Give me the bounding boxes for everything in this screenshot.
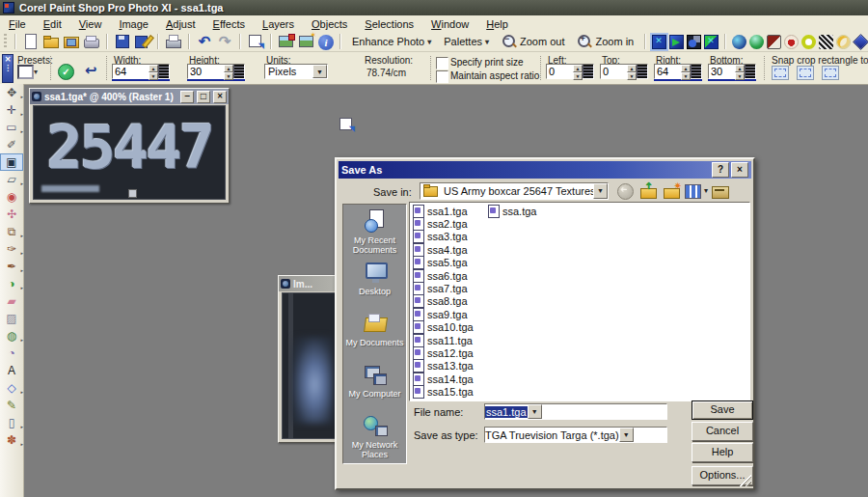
enhance-photo-button[interactable]: Enhance Photo▾ <box>347 35 436 48</box>
file-item[interactable]: ssa11.tga <box>413 334 488 346</box>
bottom-field[interactable]: ▲▼ <box>708 64 756 79</box>
snap-selection-icon[interactable] <box>822 66 839 80</box>
maintain-aspect-ratio-checkbox[interactable] <box>436 70 448 83</box>
browse-icon[interactable] <box>63 33 80 50</box>
presets-button[interactable]: ▾ <box>17 64 42 80</box>
snap-full-icon[interactable] <box>772 66 789 80</box>
file-item[interactable]: ssa.tga <box>488 205 563 217</box>
file-item[interactable]: ssa9.tga <box>413 308 488 320</box>
preview-triangle-icon[interactable] <box>669 35 684 49</box>
info-icon[interactable]: i <box>318 35 334 50</box>
minimize-icon[interactable]: − <box>180 91 194 103</box>
effect-ring-icon[interactable] <box>801 35 816 49</box>
save-in-select[interactable]: US Army boxcar 25647 Textures ▼ <box>420 182 609 200</box>
new-file-icon[interactable] <box>22 33 40 50</box>
red-eye-tool[interactable]: ◉ <box>0 188 23 206</box>
resize-icon[interactable] <box>247 33 264 50</box>
dialog-title-bar[interactable]: Save As ? × <box>339 161 751 179</box>
preview-split-icon[interactable] <box>704 35 719 49</box>
menu-file[interactable]: File <box>0 16 35 32</box>
menu-adjust[interactable]: Adjust <box>157 16 204 32</box>
file-item[interactable]: ssa1.tga <box>413 205 488 217</box>
help-button[interactable]: Help <box>692 443 753 462</box>
text-tool[interactable]: A <box>0 362 23 379</box>
crop-handle[interactable] <box>128 189 137 198</box>
redo-icon[interactable]: ↷ <box>216 33 233 50</box>
eraser-tool[interactable]: ▰ <box>0 292 23 310</box>
preview-selected-icon[interactable] <box>652 35 666 49</box>
effect-dots-icon[interactable] <box>836 35 851 49</box>
top-input[interactable] <box>601 65 627 78</box>
place-my-recent-documents[interactable]: My Recent Documents <box>343 205 406 256</box>
cancel-button[interactable]: Cancel <box>692 422 753 441</box>
effect-sphere-icon[interactable] <box>732 35 746 49</box>
preview-circle-icon[interactable] <box>687 35 701 49</box>
file-item[interactable]: ssa5.tga <box>413 257 488 269</box>
effect-photo-icon[interactable] <box>767 35 781 49</box>
palettes-button[interactable]: Palettes▾ <box>439 35 494 48</box>
pan-tool[interactable]: ✥▸ <box>0 84 23 101</box>
effect-swirl-icon[interactable] <box>784 35 799 49</box>
width-field[interactable]: ▲▼ <box>112 64 170 79</box>
spinner-buttons[interactable]: ▲▼ <box>224 65 233 78</box>
zoom-out-button[interactable]: −Zoom out <box>497 33 569 50</box>
left-input[interactable] <box>547 65 573 78</box>
file-name-input[interactable]: ssa1.tga ▼ <box>484 403 667 420</box>
save-icon[interactable] <box>114 33 131 50</box>
bottom-input[interactable] <box>709 65 735 78</box>
effect-globe-icon[interactable] <box>749 35 764 49</box>
height-field[interactable]: ▲▼ <box>187 64 245 79</box>
art-media-tool[interactable]: ✽▸ <box>0 431 23 449</box>
file-item[interactable]: ssa13.tga <box>413 360 488 373</box>
save-as-type-select[interactable]: TGA Truevision Targa (*.tga) ▼ <box>484 427 667 443</box>
airbrush-tool[interactable]: ✒▸ <box>0 258 23 275</box>
open-icon[interactable] <box>42 33 60 50</box>
file-item[interactable]: ssa6.tga <box>413 269 488 282</box>
place-my-computer[interactable]: My Computer <box>343 358 406 409</box>
menu-view[interactable]: View <box>70 16 111 32</box>
menu-edit[interactable]: Edit <box>35 16 70 32</box>
up-one-level-icon[interactable] <box>640 182 658 200</box>
right-input[interactable] <box>655 65 681 78</box>
dropper-tool[interactable]: ✐ <box>0 136 23 153</box>
file-item[interactable]: ssa7.tga <box>413 282 488 294</box>
menu-help[interactable]: Help <box>477 16 517 32</box>
specify-print-size-checkbox[interactable] <box>436 57 448 69</box>
object-selector-tool[interactable]: ▯▸ <box>0 414 23 431</box>
effect-diamond-icon[interactable] <box>853 34 868 50</box>
file-item[interactable]: ssa14.tga <box>413 373 488 385</box>
paint-brush-tool[interactable]: ✑▸ <box>0 240 23 258</box>
chevron-down-icon[interactable]: ▼ <box>528 404 542 419</box>
chevron-down-icon[interactable]: ▼ <box>593 183 608 199</box>
crop-tool[interactable]: ▣ <box>0 153 23 171</box>
file-item[interactable]: ssa3.tga <box>413 231 488 243</box>
file-item[interactable]: ssa8.tga <box>413 295 488 308</box>
menu-effects[interactable]: Effects <box>204 16 254 32</box>
image-canvas[interactable]: 25447 <box>33 105 226 200</box>
reset-icon[interactable]: ↩ <box>85 62 97 79</box>
preset-shape-tool[interactable]: ◇▸ <box>0 379 23 397</box>
slider-menu-icon[interactable] <box>158 65 169 78</box>
makeover-tool[interactable]: ✣ <box>0 206 23 223</box>
new-folder-icon[interactable] <box>664 182 681 200</box>
straighten-tool[interactable]: ▱▸ <box>0 171 23 188</box>
desk-icon[interactable] <box>712 182 729 200</box>
toolbar-handle[interactable]: ✕⋮ <box>2 54 14 83</box>
units-select[interactable]: Pixels▼ <box>264 64 328 79</box>
scan-icon[interactable] <box>83 33 100 50</box>
menu-selections[interactable]: Selections <box>356 16 422 32</box>
back-icon[interactable] <box>617 182 635 200</box>
file-item[interactable]: ssa10.tga <box>413 321 488 334</box>
image-window-title-bar[interactable]: ssa1.tga* @ 400% (Raster 1) − □ × <box>30 89 229 104</box>
background-eraser-tool[interactable]: ▨ <box>0 310 23 327</box>
print-size-icon[interactable] <box>338 116 355 133</box>
file-item[interactable]: ssa15.tga <box>413 385 488 398</box>
left-field[interactable]: ▲▼ <box>546 64 594 79</box>
photo-fix-icon[interactable] <box>298 33 315 50</box>
spinner-buttons[interactable]: ▲▼ <box>149 65 158 78</box>
photo-stack-icon[interactable] <box>278 33 295 50</box>
slider-menu-icon[interactable] <box>233 65 244 78</box>
warp-brush-tool[interactable]: ◔ <box>0 345 23 362</box>
file-item[interactable]: ssa2.tga <box>413 217 488 230</box>
top-field[interactable]: ▲▼ <box>600 64 648 79</box>
